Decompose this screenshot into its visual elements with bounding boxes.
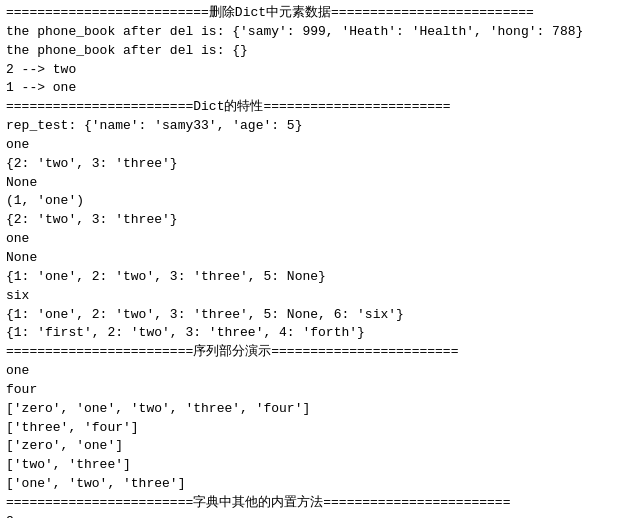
output-line: rep_test: {'name': 'samy33', 'age': 5} xyxy=(6,117,618,136)
output-line: {1: 'first', 2: 'two', 3: 'three', 4: 'f… xyxy=(6,324,618,343)
output-line: one xyxy=(6,230,618,249)
output-line: {2: 'two', 3: 'three'} xyxy=(6,155,618,174)
output-line: ========================序列部分演示==========… xyxy=(6,343,618,362)
output-line: ['zero', 'one', 'two', 'three', 'four'] xyxy=(6,400,618,419)
output-line: None xyxy=(6,174,618,193)
output-line: the phone_book after del is: {} xyxy=(6,42,618,61)
output-line: one xyxy=(6,136,618,155)
output-line: the phone_book after del is: {'samy': 99… xyxy=(6,23,618,42)
output-line: four xyxy=(6,381,618,400)
output-line: 2 xyxy=(6,513,618,518)
output-line: ========================字典中其他的内置方法======… xyxy=(6,494,618,513)
output-line: 2 --> two xyxy=(6,61,618,80)
output-line: ['two', 'three'] xyxy=(6,456,618,475)
output-line: {1: 'one', 2: 'two', 3: 'three', 5: None… xyxy=(6,306,618,325)
output-line: ['three', 'four'] xyxy=(6,419,618,438)
output-line: ['one', 'two', 'three'] xyxy=(6,475,618,494)
output-line: None xyxy=(6,249,618,268)
output-line: ========================Dict的特性=========… xyxy=(6,98,618,117)
terminal-output: ==========================删除Dict中元素数据===… xyxy=(6,4,618,518)
output-line: {2: 'two', 3: 'three'} xyxy=(6,211,618,230)
output-line: (1, 'one') xyxy=(6,192,618,211)
output-line: {1: 'one', 2: 'two', 3: 'three', 5: None… xyxy=(6,268,618,287)
output-line: ==========================删除Dict中元素数据===… xyxy=(6,4,618,23)
output-line: ['zero', 'one'] xyxy=(6,437,618,456)
output-line: one xyxy=(6,362,618,381)
output-line: six xyxy=(6,287,618,306)
output-line: 1 --> one xyxy=(6,79,618,98)
